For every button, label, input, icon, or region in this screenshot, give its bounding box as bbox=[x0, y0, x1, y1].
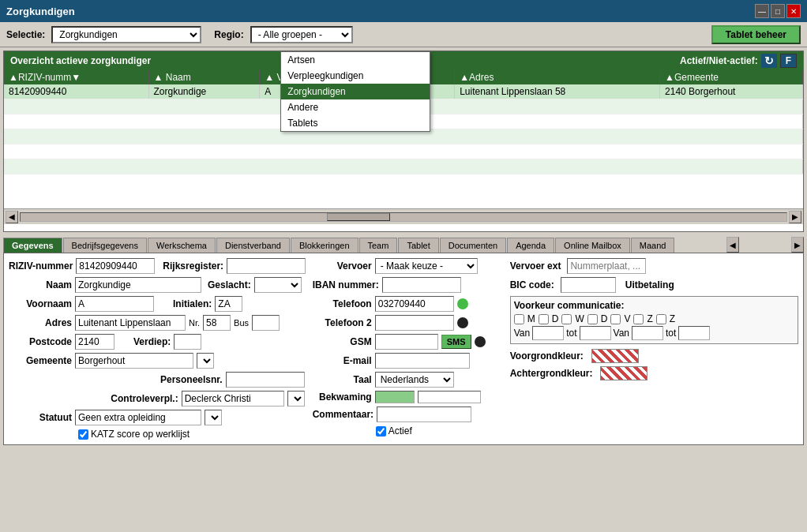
table-row[interactable] bbox=[4, 159, 803, 174]
bekwaming-row: Bekwaming bbox=[313, 391, 502, 403]
tot-label: tot bbox=[566, 328, 576, 339]
adres-input[interactable] bbox=[75, 315, 186, 331]
telefoon2-input[interactable] bbox=[375, 315, 454, 331]
comm-v-checkbox[interactable] bbox=[610, 314, 621, 324]
postcode-row: Postcode Verdiep: bbox=[9, 334, 305, 350]
tab-tablet[interactable]: Tablet bbox=[398, 238, 438, 253]
scroll-left-button[interactable]: ◀ bbox=[6, 211, 18, 223]
tab-gegevens[interactable]: Gegevens bbox=[3, 238, 62, 253]
voorgrond-kleur-box[interactable] bbox=[591, 349, 639, 363]
katz-checkbox-label[interactable]: KATZ score op werklijst bbox=[78, 429, 190, 440]
dropdown-item-andere[interactable]: Andere bbox=[281, 99, 430, 115]
comm-z1-checkbox[interactable] bbox=[633, 314, 644, 324]
comm-w-checkbox[interactable] bbox=[561, 314, 572, 324]
bekwaming-input[interactable] bbox=[418, 391, 481, 403]
bic-input[interactable] bbox=[561, 277, 616, 293]
nr-input[interactable] bbox=[203, 315, 231, 331]
close-button[interactable]: ✕ bbox=[786, 4, 801, 18]
tot-input1[interactable] bbox=[580, 326, 611, 340]
tab-bedrijfsgegevens[interactable]: Bedrijfsgegevens bbox=[63, 238, 147, 253]
comm-d1-checkbox[interactable] bbox=[539, 314, 549, 324]
initialen-input[interactable] bbox=[215, 296, 242, 312]
gemeente-dropdown[interactable] bbox=[197, 353, 214, 369]
naam-input[interactable] bbox=[75, 277, 201, 293]
bus-input[interactable] bbox=[252, 315, 280, 331]
tab-team[interactable]: Team bbox=[359, 238, 398, 253]
tab-dienstverband[interactable]: Dienstverband bbox=[216, 238, 290, 253]
controleverpl-input[interactable] bbox=[182, 391, 284, 406]
dropdown-item-artsen[interactable]: Artsen bbox=[281, 52, 430, 68]
tab-maand[interactable]: Maand bbox=[631, 238, 675, 253]
tab-online-mailbox[interactable]: Online Mailbox bbox=[555, 238, 630, 253]
commentaar-input[interactable] bbox=[377, 406, 471, 422]
email-input[interactable] bbox=[375, 353, 470, 369]
regio-label: Regio: bbox=[214, 29, 243, 40]
telefoon-row: Telefoon bbox=[313, 296, 502, 312]
statuut-dropdown[interactable] bbox=[205, 410, 222, 425]
verdiep-input[interactable] bbox=[174, 334, 201, 350]
iban-input[interactable] bbox=[382, 277, 461, 293]
vervoer-select[interactable]: - Maak keuze - bbox=[375, 258, 478, 274]
tabs-next-button[interactable]: ▶ bbox=[791, 237, 804, 253]
comm-checkboxes-row: M D W D V Z Z bbox=[514, 313, 794, 324]
dropdown-item-zorg[interactable]: Zorgkundigen bbox=[281, 84, 430, 99]
statuut-input[interactable] bbox=[75, 410, 201, 425]
bic-label: BIC code: bbox=[510, 279, 554, 290]
voorkeur-label: Voorkeur communicatie: bbox=[514, 300, 794, 311]
f-button[interactable]: F bbox=[780, 54, 797, 68]
postcode-input[interactable] bbox=[75, 334, 114, 350]
personeelsnr-input[interactable] bbox=[226, 372, 305, 388]
riziv-input[interactable] bbox=[76, 258, 155, 274]
gsm-input[interactable] bbox=[375, 334, 438, 350]
dropdown-item-tablets[interactable]: Tablets bbox=[281, 115, 430, 131]
selectie-dropdown[interactable]: Zorgkundigen bbox=[51, 26, 201, 43]
geslacht-select[interactable]: M V bbox=[254, 277, 302, 293]
tab-werkschema[interactable]: Werkschema bbox=[148, 238, 216, 253]
actief-refresh-icon[interactable]: ↻ bbox=[761, 54, 777, 68]
taal-row: Taal Nederlands bbox=[313, 372, 502, 388]
regio-dropdown[interactable]: - Alle groepen - bbox=[250, 26, 353, 43]
statuut-label: Statuut bbox=[9, 412, 72, 423]
tab-documenten[interactable]: Documenten bbox=[440, 238, 506, 253]
gemeente-row: Gemeente bbox=[9, 353, 305, 369]
scroll-track[interactable] bbox=[20, 212, 787, 222]
katz-checkbox[interactable] bbox=[78, 429, 88, 440]
vervoerext-input[interactable] bbox=[567, 258, 646, 274]
telefoon-input[interactable] bbox=[375, 296, 454, 312]
scroll-right-button[interactable]: ▶ bbox=[789, 211, 801, 223]
tablet-beheer-button[interactable]: Tablet beheer bbox=[711, 25, 801, 44]
col-gemeente: ▲Gemeente bbox=[660, 70, 803, 84]
rijksregister-input[interactable] bbox=[227, 258, 306, 274]
van2-label: Van bbox=[614, 328, 629, 339]
comm-z2-checkbox[interactable] bbox=[656, 314, 666, 324]
van-input1[interactable] bbox=[532, 326, 564, 340]
tab-blokkeringen[interactable]: Blokkeringen bbox=[291, 238, 358, 253]
voorkeur-box: Voorkeur communicatie: M D W D V Z Z bbox=[510, 296, 798, 344]
cell-riziv: 81420909440 bbox=[4, 84, 148, 99]
tot-input2[interactable] bbox=[678, 326, 710, 340]
actief-checkbox-label[interactable]: Actief bbox=[376, 425, 412, 436]
voornaam-input[interactable] bbox=[75, 296, 154, 312]
gemeente-input[interactable] bbox=[75, 353, 193, 369]
achtergrond-kleur-box[interactable] bbox=[600, 366, 647, 380]
minimize-button[interactable]: — bbox=[755, 4, 769, 18]
gsm-status-icon bbox=[475, 336, 486, 347]
commentaar-label: Commentaar: bbox=[313, 409, 373, 420]
comm-d2-checkbox[interactable] bbox=[587, 314, 598, 324]
scroll-thumb[interactable] bbox=[327, 213, 390, 221]
van-input2[interactable] bbox=[632, 326, 663, 340]
tab-agenda[interactable]: Agenda bbox=[507, 238, 554, 253]
adres-label: Adres bbox=[9, 317, 72, 328]
controleverpl-dropdown[interactable] bbox=[287, 391, 305, 406]
actief-checkbox[interactable] bbox=[376, 426, 386, 436]
tabs-prev-button[interactable]: ◀ bbox=[726, 237, 739, 253]
horizontal-scrollbar[interactable]: ◀ ▶ bbox=[4, 208, 803, 224]
taal-select[interactable]: Nederlands bbox=[375, 372, 454, 388]
comm-m-checkbox[interactable] bbox=[514, 314, 524, 324]
maximize-button[interactable]: □ bbox=[771, 4, 785, 18]
telefoon2-row: Telefoon 2 bbox=[313, 315, 502, 331]
table-row[interactable] bbox=[4, 144, 803, 159]
sms-button[interactable]: SMS bbox=[441, 335, 471, 349]
dropdown-item-verpleeg[interactable]: Verpleegkundigen bbox=[281, 68, 430, 84]
telefoon2-label: Telefoon 2 bbox=[313, 317, 372, 328]
